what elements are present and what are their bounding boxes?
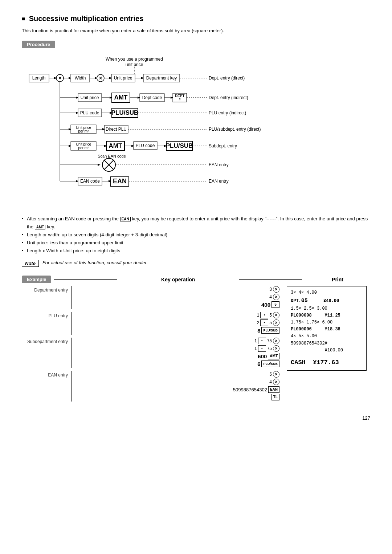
subdept-label: Subdepartment entry — [22, 338, 71, 368]
procedure-diagram: When you use a programmed unit price Len… — [22, 54, 334, 207]
subdept-keys: 1 • 75 × 1 • 75 × 600 AMT 6 PLU/SUB — [71, 338, 279, 368]
svg-text:EAN code: EAN code — [80, 179, 100, 184]
svg-text:unit price: unit price — [126, 62, 143, 67]
mult-icon-7: × — [273, 371, 279, 378]
svg-text:Length: Length — [32, 76, 46, 81]
svg-text:AMT: AMT — [109, 142, 122, 149]
svg-text:PLU/SUB: PLU/SUB — [166, 142, 193, 149]
dot-key-3: • — [258, 338, 266, 344]
ean-key-2: 4 × — [269, 379, 279, 385]
mult-icon-6: × — [273, 345, 279, 352]
svg-text:×: × — [99, 75, 102, 81]
print-line-6: PL000006 ¥18.38 — [291, 326, 363, 333]
svg-text:per m²: per m² — [78, 129, 89, 133]
key-operation-header: Key operation — [120, 277, 236, 282]
subdept-key-3: 600 AMT — [258, 353, 279, 359]
svg-text:#: # — [179, 98, 181, 102]
dot-key-2: • — [260, 319, 268, 326]
svg-text:Unit price: Unit price — [81, 95, 99, 100]
ean-key-4: TL — [271, 394, 279, 400]
note-text: For actual use of this function, consult… — [42, 260, 148, 265]
plu-entry-section: PLU entry 1 • 5 × 2 • 5 × 8 PLU/SUB — [22, 312, 279, 335]
svg-text:Dept. entry (indirect): Dept. entry (indirect) — [209, 95, 248, 100]
svg-text:EAN entry: EAN entry — [209, 162, 229, 167]
ean-entry-section: EAN entry 5 × 4 × 5099887654302 EAN TL — [22, 371, 279, 402]
svg-text:Dept. entry (direct): Dept. entry (direct) — [209, 76, 245, 81]
plu-keys: 1 • 5 × 2 • 5 × 8 PLU/SUB — [71, 312, 279, 335]
page-title: Successive multiplication entries — [22, 15, 370, 23]
svg-text:Department key: Department key — [146, 76, 177, 81]
bullet-1: After scanning an EAN code or pressing t… — [22, 215, 370, 231]
print-line-8: 5099887654302# — [291, 340, 363, 347]
svg-text:EAN: EAN — [113, 178, 127, 185]
print-line-4: PL000008 ¥11.25 — [291, 312, 363, 319]
ean-key-1: 5 × — [269, 371, 279, 378]
example-main: Department entry 3 × 4 × 400 5 PLU entry — [22, 286, 370, 404]
subdept-key-1: 1 • 75 × — [254, 338, 279, 344]
subdept-key-2: 1 • 75 × — [254, 345, 279, 352]
subdept-key-4: 6 PLU/SUB — [257, 360, 279, 367]
dept-key-1: 3 × — [269, 286, 279, 293]
print-line-1: 3× 4× 4.00 — [291, 289, 363, 296]
print-panel: 3× 4× 4.00 DPT.05 ¥48.00 1.5× 2.5× 3.00 … — [287, 286, 370, 404]
svg-text:per m²: per m² — [78, 146, 89, 150]
svg-text:EAN entry: EAN entry — [209, 179, 229, 184]
amt-key-1: AMT — [268, 353, 279, 359]
plu-sub-key-2: PLU/SUB — [261, 360, 279, 367]
print-line-2: DPT.05 ¥48.00 — [291, 297, 363, 305]
dept-label: Department entry — [22, 286, 71, 309]
print-line-3: 1.5× 2.5× 3.00 — [291, 305, 363, 312]
dept-entry-section: Department entry 3 × 4 × 400 5 — [22, 286, 279, 309]
mult-icon-2: × — [273, 294, 279, 300]
mult-icon-8: × — [273, 379, 279, 385]
dept-keys: 3 × 4 × 400 5 — [71, 286, 279, 309]
note-row: Note For actual use of this function, co… — [22, 260, 370, 267]
ean-label: EAN entry — [22, 371, 71, 402]
svg-text:AMT: AMT — [114, 94, 128, 101]
dept-key-3: 400 5 — [261, 301, 279, 308]
print-line-cash: CASH ¥177.63 — [291, 358, 363, 367]
print-line-5: 1.75× 1.75× 6.00 — [291, 319, 363, 326]
dept-key-box-5: 5 — [271, 301, 279, 308]
print-line-9: ¥100.00 — [291, 347, 363, 354]
svg-text:PLU code: PLU code — [80, 110, 99, 115]
ean-keys: 5 × 4 × 5099887654302 EAN TL — [71, 371, 279, 402]
dot-key-1: • — [260, 312, 268, 318]
plu-key-2: 2 • 5 × — [257, 319, 279, 326]
plu-label: PLU entry — [22, 312, 71, 335]
plu-key-3: 8 PLU/SUB — [257, 327, 279, 334]
key-operations-panel: Department entry 3 × 4 × 400 5 PLU entry — [22, 286, 279, 404]
bullet-3: Unit price: less than a programmed upper… — [22, 239, 370, 247]
mult-icon-1: × — [273, 286, 279, 293]
plu-sub-key-1: PLU/SUB — [261, 327, 279, 334]
page-number: 127 — [22, 415, 370, 421]
mult-icon-4: × — [273, 319, 279, 326]
dot-key-4: • — [258, 345, 266, 352]
svg-text:When you use a programmed: When you use a programmed — [106, 57, 163, 62]
svg-text:Unit price: Unit price — [114, 76, 132, 81]
dept-key-2: 4 × — [269, 294, 279, 300]
bullet-2: Length or width: up to seven digits (4-d… — [22, 231, 370, 239]
svg-text:×: × — [58, 75, 61, 81]
print-output: 3× 4× 4.00 DPT.05 ¥48.00 1.5× 2.5× 3.00 … — [287, 286, 367, 371]
svg-text:Direct PLU: Direct PLU — [106, 127, 127, 132]
print-header: Print — [305, 277, 370, 282]
svg-text:PLU/subdept. entry (direct): PLU/subdept. entry (direct) — [209, 127, 261, 132]
svg-text:Scan EAN code: Scan EAN code — [98, 154, 126, 158]
svg-text:Dept.code: Dept.code — [142, 95, 162, 100]
bullet-4: Length x Width x Unit price: up to eight… — [22, 247, 370, 255]
mult-icon-5: × — [273, 338, 279, 344]
procedure-badge: Procedure — [22, 41, 55, 48]
plu-key-1: 1 • 5 × — [257, 312, 279, 318]
svg-text:PLU/SUB: PLU/SUB — [111, 109, 139, 116]
ean-key-3: 5099887654302 EAN — [233, 386, 279, 393]
note-badge: Note — [22, 260, 39, 267]
svg-text:Width: Width — [75, 76, 86, 81]
mult-icon-3: × — [273, 312, 279, 318]
example-badge: Example — [22, 276, 51, 283]
svg-text:PLU code: PLU code — [136, 143, 155, 148]
ean-key-box: EAN — [268, 386, 279, 393]
intro-text: This function is practical for example w… — [22, 28, 370, 33]
svg-text:PLU entry (indirect): PLU entry (indirect) — [209, 110, 246, 115]
svg-text:Subdept. entry: Subdept. entry — [209, 143, 237, 148]
